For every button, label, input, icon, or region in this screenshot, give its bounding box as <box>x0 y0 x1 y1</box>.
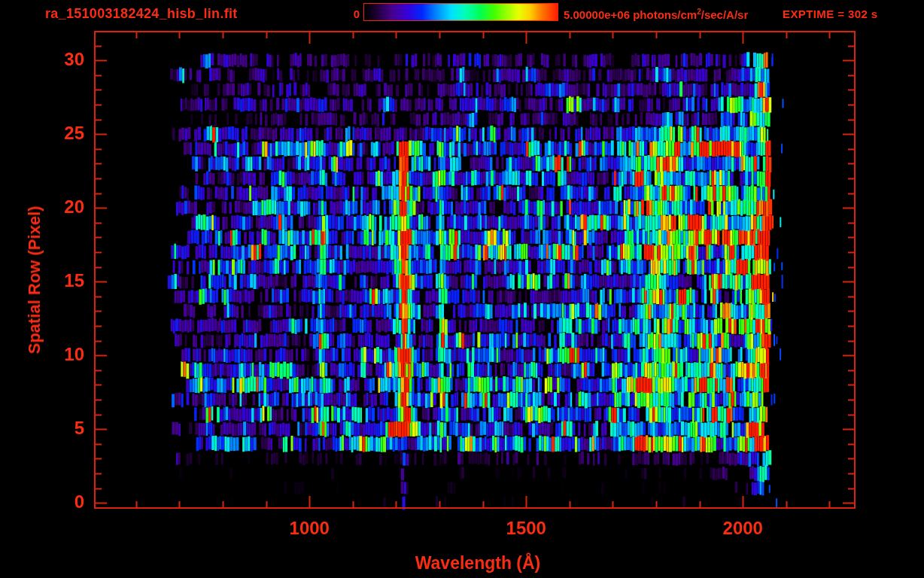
colorbar-units-prefix: photons/cm <box>630 8 697 21</box>
y-tick-label-20: 20 <box>64 196 84 218</box>
x-tick-label-2000: 2000 <box>723 518 763 539</box>
spectrogram-window: ra_151003182424_hisb_lin.fit 0 5.00000e+… <box>0 0 924 578</box>
y-tick-label-10: 10 <box>64 344 84 365</box>
y-tick-label-30: 30 <box>64 49 84 70</box>
y-tick-label-15: 15 <box>64 270 84 291</box>
colorbar-max-value: 5.00000e+06 <box>564 8 630 21</box>
colorbar-units-suffix: /sec/A/sr <box>701 8 749 21</box>
colorbar-min-label: 0 <box>330 8 360 20</box>
y-axis-title: Spatial Row (Pixel) <box>25 206 44 354</box>
exptime-label: EXPTIME = 302 s <box>783 8 877 20</box>
colorbar <box>363 3 558 21</box>
colorbar-gradient <box>364 4 558 20</box>
y-tick-label-0: 0 <box>74 491 84 513</box>
x-axis-title: Wavelength (Å) <box>402 553 554 573</box>
file-title: ra_151003182424_hisb_lin.fit <box>45 6 238 22</box>
x-tick-label-1000: 1000 <box>290 518 330 539</box>
colorbar-max-label: 5.00000e+06 photons/cm2/sec/A/sr <box>564 8 748 21</box>
y-tick-label-25: 25 <box>64 123 84 144</box>
x-tick-label-1500: 1500 <box>506 518 546 539</box>
y-tick-label-5: 5 <box>74 418 84 439</box>
spectral-image-canvas <box>0 0 924 578</box>
